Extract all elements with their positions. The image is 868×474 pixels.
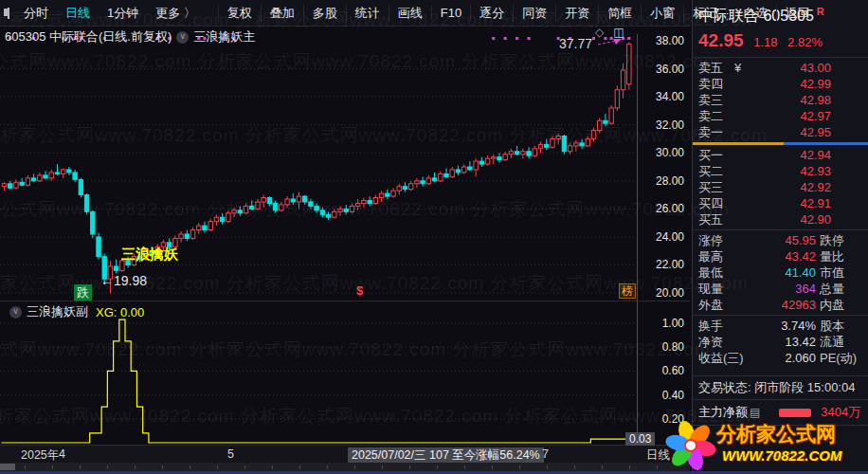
menu-item[interactable]: 标记 xyxy=(683,5,726,22)
period-label: 日线 xyxy=(646,447,670,464)
bid-price: 42.93 xyxy=(800,163,831,179)
scrollbar-tick xyxy=(299,465,300,469)
diamond-icon[interactable]: ◇ xyxy=(595,26,604,39)
financial-row-label: PE(动) xyxy=(820,350,868,366)
scrollbar-tick xyxy=(519,465,520,469)
main-net-row: 主力净额 ▤ 3404万 xyxy=(693,400,868,426)
bid-price: 42.91 xyxy=(800,195,831,211)
dividend-mark: $ xyxy=(356,283,363,298)
chevron-down-icon[interactable]: ∨ xyxy=(176,31,189,44)
menu-item[interactable]: 画线 xyxy=(389,5,431,22)
menu-item[interactable]: 复权 xyxy=(218,5,261,22)
yen-icon[interactable]: ¥ xyxy=(734,60,741,76)
menu-item[interactable]: 简框 xyxy=(598,5,641,22)
menu-item[interactable]: 开资 xyxy=(555,5,598,22)
scrollbar-tick xyxy=(272,465,273,469)
price-axis-label: 24.00 xyxy=(641,230,684,244)
stat-row-value: 45.95 xyxy=(755,232,816,248)
indicator-axis-label: 0.40 xyxy=(641,389,684,402)
financial-row-label: 净资 xyxy=(698,334,751,350)
financial-row: 收益(三)2.060PE(动) xyxy=(693,350,868,366)
sub-indicator-name[interactable]: 三浪擒妖副 xyxy=(27,303,88,320)
menu-item[interactable]: 更多 〉 xyxy=(147,5,205,22)
financial-row-label: 流通 xyxy=(820,334,868,350)
trade-status: 交易状态: 闭市阶段 15:00:04 xyxy=(693,375,868,400)
ask-row: 卖五¥43.00 xyxy=(693,60,831,76)
extra-digit: 7 xyxy=(542,447,549,461)
menu-item[interactable]: 叠加 xyxy=(261,5,303,22)
ask-label: 卖二 xyxy=(698,108,732,124)
scrollbar-tick xyxy=(217,465,218,469)
stats-grid: 涨停45.95跌停最高43.42量比最低41.40市值现量364总量外盘4296… xyxy=(693,232,868,313)
bid-label: 买三 xyxy=(698,179,732,195)
split-window-icon[interactable]: ◫ xyxy=(613,26,624,39)
main-net-label: 主力净额 xyxy=(698,404,748,421)
wave-signal-label: 三浪擒妖 xyxy=(121,246,178,264)
quote-panel: 中际联合 605305R 42.95 1.18 2.82% 卖五¥43.00卖四… xyxy=(692,0,868,474)
stat-row: 外盘42963内盘 xyxy=(693,297,868,313)
menu-item[interactable]: +自选 xyxy=(726,5,776,22)
stat-row-label: 内盘 xyxy=(820,297,868,313)
bid-book: 买一42.94买二42.93买三42.92买四42.91买五42.90 xyxy=(693,147,868,228)
window-layout-icon[interactable] xyxy=(8,8,9,19)
stat-row-value: 43.42 xyxy=(755,248,816,264)
rank-tag[interactable]: 榜 xyxy=(619,283,636,299)
cursor-date-info: 2025/07/02/三 107 至今涨幅56.24% xyxy=(348,447,544,464)
menu-item[interactable]: 统计 xyxy=(346,5,389,22)
stat-row-label: 市值 xyxy=(820,264,868,281)
sub-indicator-header: ∨ 三浪擒妖副 XG: 0.00 xyxy=(5,303,144,320)
bid-ask-ratio-bar xyxy=(693,142,868,145)
main-indicator-name[interactable]: 三浪擒妖主 xyxy=(193,28,255,46)
financial-row-value: 2.060 xyxy=(755,350,816,366)
menu-item[interactable]: 逐分 xyxy=(470,5,513,22)
menu-item[interactable]: 多股 xyxy=(303,5,346,22)
ask-price: 43.00 xyxy=(800,60,831,76)
price-axis-label: 30.00 xyxy=(641,146,684,159)
ask-label: 卖三 xyxy=(698,92,732,108)
scrollbar-tick xyxy=(327,465,328,469)
bid-price: 42.92 xyxy=(800,179,831,195)
bid-price: 42.90 xyxy=(800,211,831,228)
indicator-current-value: 0.03 xyxy=(625,432,655,446)
scrollbar-cap[interactable] xyxy=(0,464,15,470)
menu-item[interactable]: 1分钟 xyxy=(99,5,147,22)
chevron-down-icon[interactable]: ∨ xyxy=(9,306,22,319)
stat-row-label: 最低 xyxy=(698,264,751,281)
low-price-label: ←19.98 xyxy=(100,273,147,288)
tool-menu-group: 复权叠加多股统计画线F10逐分同资开资简框小窗标记+自选返回 xyxy=(218,5,819,22)
date-axis-bar: 2025年 4 5 2025/07/02/三 107 至今涨幅56.24% 7 … xyxy=(0,446,690,463)
price-axis-label: 28.00 xyxy=(641,174,684,188)
stat-row-label: 跌停 xyxy=(820,232,868,248)
year-label: 2025年 xyxy=(21,447,59,464)
list-icon[interactable]: ▤ xyxy=(750,406,760,419)
scrollbar-tick xyxy=(162,465,163,469)
indicator-axis-label: 1.00 xyxy=(641,317,684,330)
scrollbar-tick xyxy=(602,465,603,469)
bid-label: 买四 xyxy=(698,195,732,211)
scrollbar-tick xyxy=(190,465,190,469)
stat-row: 最高43.42量比 xyxy=(693,248,868,264)
ask-price: 42.98 xyxy=(800,92,831,108)
menu-item[interactable]: 同资 xyxy=(513,5,555,22)
menu-item[interactable]: 小窗 xyxy=(641,5,683,22)
menu-item[interactable]: 返回 xyxy=(776,5,819,22)
stat-row: 现量364总量 xyxy=(693,281,868,297)
scrollbar-tick xyxy=(135,465,136,469)
bid-row: 买二42.93 xyxy=(693,163,831,179)
ask-book: 卖五¥43.00卖四42.99卖三42.98卖二42.97卖一42.95 xyxy=(693,60,868,140)
menu-item[interactable]: F10 xyxy=(431,6,470,20)
ask-row: 卖四42.99 xyxy=(693,76,831,92)
stat-row-label: 涨停 xyxy=(698,232,751,248)
bid-row: 买四42.91 xyxy=(693,195,831,211)
ask-price: 42.97 xyxy=(800,108,831,124)
financial-row-label: 收益(三) xyxy=(698,350,751,366)
indicator-axis-label: 0.80 xyxy=(641,340,684,354)
menu-item[interactable]: 日线 xyxy=(57,5,99,22)
stat-row: 涨停45.95跌停 xyxy=(693,232,868,248)
scrollbar-tick xyxy=(629,465,630,469)
stat-row-label: 外盘 xyxy=(698,297,751,313)
price-axis-label: 34.00 xyxy=(641,90,684,103)
financial-row-value: 3.74% xyxy=(755,318,816,334)
scrollbar-tick xyxy=(52,465,53,469)
menu-item[interactable]: 分时 xyxy=(15,5,57,22)
